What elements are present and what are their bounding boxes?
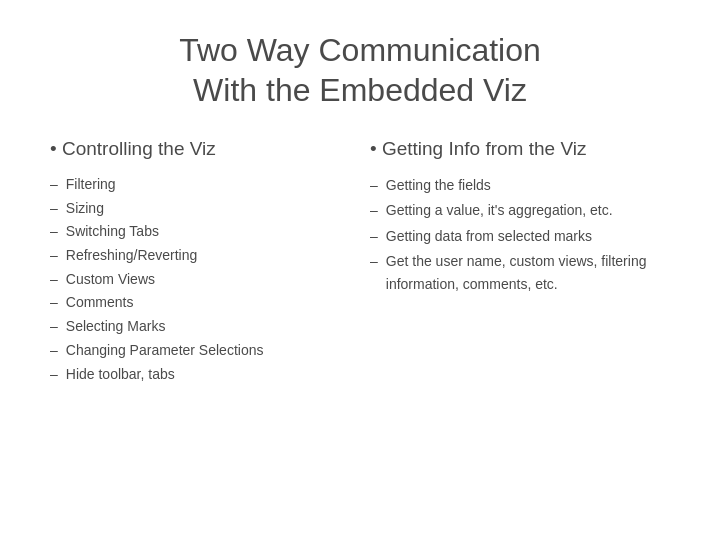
left-list: – Filtering – Sizing – Switching Tabs – … bbox=[50, 174, 350, 387]
list-item-text: Getting the fields bbox=[386, 174, 491, 196]
content-row: • Controlling the Viz – Filtering – Sizi… bbox=[50, 138, 670, 510]
dash-icon: – bbox=[50, 245, 58, 267]
title-block: Two Way Communication With the Embedded … bbox=[50, 30, 670, 110]
list-item: – Changing Parameter Selections bbox=[50, 340, 350, 362]
dash-icon: – bbox=[50, 292, 58, 314]
title-line1: Two Way Communication bbox=[179, 32, 541, 68]
dash-icon: – bbox=[50, 316, 58, 338]
left-column-header: • Controlling the Viz bbox=[50, 138, 350, 160]
list-item: – Custom Views bbox=[50, 269, 350, 291]
list-item-text: Hide toolbar, tabs bbox=[66, 364, 175, 386]
list-item: – Getting a value, it's aggregation, etc… bbox=[370, 199, 670, 221]
dash-icon: – bbox=[50, 269, 58, 291]
list-item-text: Get the user name, custom views, filteri… bbox=[386, 250, 670, 295]
dash-icon: – bbox=[50, 221, 58, 243]
list-item-text: Changing Parameter Selections bbox=[66, 340, 264, 362]
list-item-text: Selecting Marks bbox=[66, 316, 166, 338]
list-item: – Refreshing/Reverting bbox=[50, 245, 350, 267]
list-item-text: Comments bbox=[66, 292, 134, 314]
list-item: – Get the user name, custom views, filte… bbox=[370, 250, 670, 295]
dash-icon: – bbox=[50, 340, 58, 362]
dash-icon: – bbox=[370, 250, 378, 272]
left-column: • Controlling the Viz – Filtering – Sizi… bbox=[50, 138, 350, 510]
list-item-text: Switching Tabs bbox=[66, 221, 159, 243]
slide: Two Way Communication With the Embedded … bbox=[0, 0, 720, 540]
dash-icon: – bbox=[370, 174, 378, 196]
list-item-text: Sizing bbox=[66, 198, 104, 220]
dash-icon: – bbox=[370, 199, 378, 221]
dash-icon: – bbox=[50, 364, 58, 386]
right-column: • Getting Info from the Viz – Getting th… bbox=[370, 138, 670, 510]
list-item: – Switching Tabs bbox=[50, 221, 350, 243]
dash-icon: – bbox=[50, 198, 58, 220]
list-item-text: Refreshing/Reverting bbox=[66, 245, 198, 267]
list-item: – Filtering bbox=[50, 174, 350, 196]
list-item: – Comments bbox=[50, 292, 350, 314]
list-item: – Hide toolbar, tabs bbox=[50, 364, 350, 386]
list-item-text: Getting a value, it's aggregation, etc. bbox=[386, 199, 613, 221]
right-list: – Getting the fields – Getting a value, … bbox=[370, 174, 670, 298]
list-item: – Getting data from selected marks bbox=[370, 225, 670, 247]
slide-title: Two Way Communication With the Embedded … bbox=[50, 30, 670, 110]
list-item-text: Custom Views bbox=[66, 269, 155, 291]
list-item-text: Filtering bbox=[66, 174, 116, 196]
right-column-header: • Getting Info from the Viz bbox=[370, 138, 670, 160]
list-item: – Sizing bbox=[50, 198, 350, 220]
title-line2: With the Embedded Viz bbox=[193, 72, 527, 108]
list-item: – Selecting Marks bbox=[50, 316, 350, 338]
dash-icon: – bbox=[370, 225, 378, 247]
dash-icon: – bbox=[50, 174, 58, 196]
list-item: – Getting the fields bbox=[370, 174, 670, 196]
list-item-text: Getting data from selected marks bbox=[386, 225, 592, 247]
